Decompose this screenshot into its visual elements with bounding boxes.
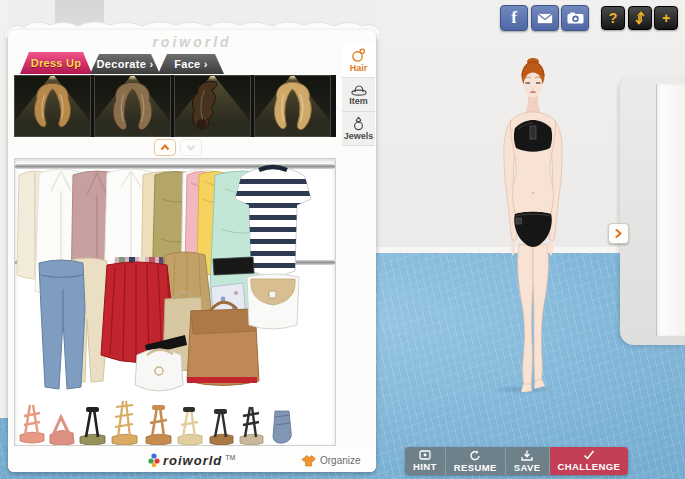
- bikini-top: [514, 120, 552, 152]
- shoe-tan-gladiator[interactable]: [112, 401, 137, 445]
- plus-icon: +: [662, 11, 670, 25]
- drawer-toggle-button[interactable]: [608, 223, 629, 244]
- resize-button[interactable]: [628, 6, 652, 30]
- hair-thumb-1[interactable]: [14, 75, 91, 137]
- hat-icon: [351, 84, 367, 96]
- bag-black-clutch[interactable]: [213, 257, 254, 275]
- action-bar: HINT RESUME SAVE CHALLENGE: [405, 447, 628, 475]
- organize-button[interactable]: Organize: [300, 454, 361, 467]
- challenge-button[interactable]: CHALLENGE: [550, 447, 629, 475]
- category-sidebar: Hair Item Jewels: [342, 44, 375, 144]
- hint-label: HINT: [413, 461, 437, 472]
- chevron-right-icon: [614, 229, 623, 238]
- shoe-cream-heels[interactable]: [178, 407, 202, 445]
- arrow-into-tray-icon: [521, 450, 533, 461]
- category-hair-label: Hair: [350, 64, 368, 73]
- category-jewels-label: Jewels: [344, 132, 374, 141]
- garment-blue-jeans[interactable]: [39, 260, 85, 389]
- resume-label: RESUME: [454, 462, 497, 473]
- help-button[interactable]: ?: [601, 6, 625, 30]
- bikini-bottom: [514, 212, 552, 247]
- app-window: f ? + roiworld Dress Up Decorate: [0, 0, 685, 479]
- camera-icon: [567, 12, 584, 24]
- facebook-button[interactable]: f: [500, 5, 528, 31]
- female-head-icon: [351, 48, 366, 63]
- facebook-icon: f: [511, 8, 517, 28]
- shoe-salmon-flats[interactable]: [50, 417, 74, 445]
- resume-button[interactable]: RESUME: [446, 447, 506, 475]
- shoe-olive-sandals[interactable]: [80, 407, 105, 445]
- model-lips: [531, 92, 536, 93]
- dress-up-model: [470, 56, 600, 392]
- question-mark-icon: ?: [609, 11, 618, 25]
- hair-thumb-2[interactable]: [94, 75, 171, 137]
- shoe-camel-sandals[interactable]: [146, 405, 171, 445]
- chevron-up-icon: [160, 144, 170, 151]
- add-button[interactable]: +: [654, 6, 678, 30]
- tab-decorate[interactable]: Decorate ›: [90, 54, 160, 74]
- shoe-black-strappy[interactable]: [240, 407, 263, 445]
- wardrobe-panel: roiworld Dress Up Decorate › Face ›: [8, 30, 376, 472]
- brand-mark-icon: [148, 453, 160, 467]
- challenge-label: CHALLENGE: [558, 461, 621, 472]
- hair-thumb-3[interactable]: [174, 75, 251, 137]
- t-shirt-icon: [300, 454, 316, 467]
- category-item-label: Item: [349, 97, 368, 106]
- brand-trademark: TM: [225, 454, 235, 461]
- save-button[interactable]: SAVE: [506, 447, 550, 475]
- hair-thumb-4[interactable]: [254, 75, 331, 137]
- up-down-arrows-icon: [634, 11, 646, 25]
- page-gutter: [0, 0, 8, 418]
- model-navel: [532, 192, 534, 194]
- panel-footer: roiworld TM Organize: [8, 448, 376, 472]
- shelf-page-up-button[interactable]: [154, 139, 176, 156]
- shoe-brown-heels[interactable]: [210, 409, 233, 445]
- tab-face[interactable]: Face ›: [158, 54, 224, 74]
- save-label: SAVE: [514, 462, 541, 473]
- model-head: [522, 58, 545, 98]
- category-item[interactable]: Item: [342, 78, 375, 112]
- circular-arrow-icon: [469, 450, 481, 461]
- envelope-icon: [537, 13, 553, 24]
- model-legs: [518, 244, 549, 392]
- shelf-page-down-button[interactable]: [180, 139, 202, 156]
- bag-white-flap[interactable]: [247, 274, 299, 329]
- organize-label: Organize: [320, 455, 361, 466]
- hint-board-icon: [419, 450, 431, 460]
- tab-dress-up[interactable]: Dress Up: [20, 52, 92, 74]
- brand-logo: roiworld TM: [148, 453, 235, 468]
- checkmark-icon: [583, 450, 595, 460]
- closet-area: [14, 158, 336, 446]
- panel-logo: roiworld: [8, 34, 376, 50]
- hint-button[interactable]: HINT: [405, 447, 446, 475]
- chevron-down-icon: [186, 144, 196, 151]
- side-drawer-track[interactable]: [656, 84, 685, 336]
- shoe-blue-booties[interactable]: [273, 411, 291, 443]
- hair-shelf: [14, 75, 336, 137]
- category-jewels[interactable]: Jewels: [342, 112, 375, 146]
- ring-icon: [352, 116, 365, 131]
- category-hair[interactable]: Hair: [342, 44, 375, 78]
- mail-button[interactable]: [531, 5, 559, 31]
- satchel-red-trim: [187, 377, 257, 383]
- brand-name: roiworld: [163, 453, 222, 468]
- shoe-coral-strappy[interactable]: [20, 405, 44, 443]
- camera-button[interactable]: [561, 5, 589, 31]
